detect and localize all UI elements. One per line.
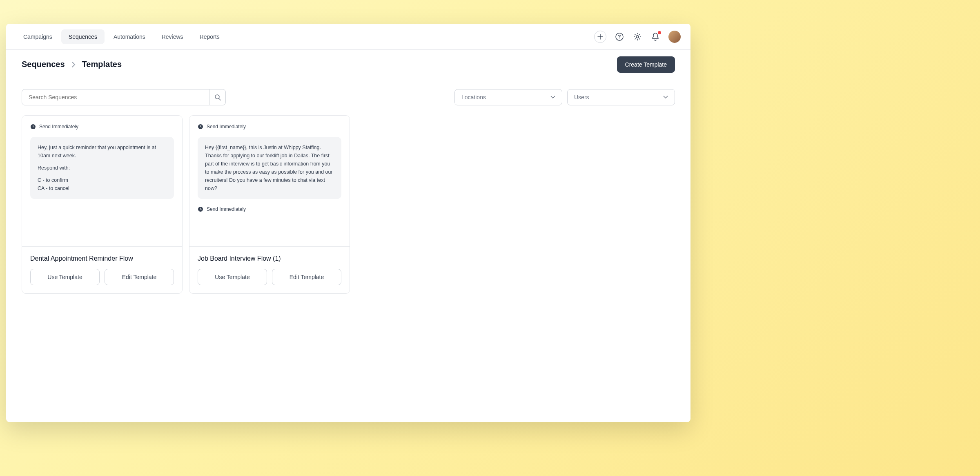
- send-timing-badge: Send Immediately: [198, 124, 341, 130]
- breadcrumb-current: Templates: [82, 60, 122, 69]
- top-right-actions: ?: [594, 31, 681, 43]
- avatar[interactable]: [668, 31, 681, 43]
- card-footer: Job Board Interview Flow (1) Use Templat…: [189, 246, 350, 293]
- template-title: Dental Appointment Reminder Flow: [30, 255, 174, 262]
- chevron-down-icon: [550, 96, 555, 99]
- notification-dot: [658, 31, 661, 34]
- filters-row: Locations Users: [6, 79, 690, 115]
- help-icon: ?: [615, 33, 624, 41]
- message-preview: Hey, just a quick reminder that you appo…: [30, 137, 174, 199]
- users-select[interactable]: Users: [567, 89, 675, 105]
- breadcrumb: Sequences Templates: [22, 60, 122, 69]
- add-button[interactable]: [594, 31, 606, 43]
- filter-selects: Locations Users: [454, 89, 675, 105]
- tab-automations[interactable]: Automations: [106, 29, 153, 44]
- message-preview: Hey {{first_name}}, this is Justin at Wh…: [198, 137, 341, 199]
- edit-template-button[interactable]: Edit Template: [272, 269, 341, 285]
- svg-point-2: [636, 36, 639, 38]
- message-line: C - to confirm CA - to cancel: [38, 176, 167, 192]
- card-footer: Dental Appointment Reminder Flow Use Tem…: [22, 246, 182, 293]
- settings-button[interactable]: [633, 32, 642, 42]
- send-timing-badge: Send Immediately: [30, 124, 174, 130]
- tab-reviews[interactable]: Reviews: [154, 29, 191, 44]
- use-template-button[interactable]: Use Template: [198, 269, 267, 285]
- card-actions: Use Template Edit Template: [198, 269, 341, 285]
- gear-icon: [633, 33, 641, 41]
- svg-text:?: ?: [618, 34, 621, 40]
- template-card: Send Immediately Hey {{first_name}}, thi…: [189, 115, 350, 294]
- search-icon: [214, 94, 221, 101]
- templates-grid: Send Immediately Hey, just a quick remin…: [6, 115, 690, 294]
- chevron-down-icon: [663, 96, 668, 99]
- tab-reports[interactable]: Reports: [192, 29, 227, 44]
- send-timing-label: Send Immediately: [207, 124, 246, 130]
- card-actions: Use Template Edit Template: [30, 269, 174, 285]
- clock-icon: [198, 206, 203, 212]
- send-timing-label: Send Immediately: [207, 206, 246, 212]
- locations-label: Locations: [461, 94, 486, 101]
- tab-campaigns[interactable]: Campaigns: [16, 29, 60, 44]
- send-timing-badge: Send Immediately: [198, 206, 341, 212]
- send-timing-label: Send Immediately: [39, 124, 78, 130]
- plus-icon: [597, 34, 603, 40]
- message-line: Respond with:: [38, 164, 167, 172]
- message-line: Hey {{first_name}}, this is Justin at Wh…: [205, 143, 334, 192]
- help-button[interactable]: ?: [615, 32, 624, 42]
- search-group: [22, 89, 226, 105]
- use-template-button[interactable]: Use Template: [30, 269, 100, 285]
- top-bar: Campaigns Sequences Automations Reviews …: [6, 24, 690, 50]
- locations-select[interactable]: Locations: [454, 89, 562, 105]
- clock-icon: [30, 124, 36, 130]
- notifications-button[interactable]: [650, 32, 660, 42]
- page-header: Sequences Templates Create Template: [6, 50, 690, 79]
- search-input[interactable]: [22, 89, 209, 105]
- template-title: Job Board Interview Flow (1): [198, 255, 341, 262]
- clock-icon: [198, 124, 203, 130]
- search-button[interactable]: [209, 89, 226, 105]
- breadcrumb-root[interactable]: Sequences: [22, 60, 65, 69]
- create-template-button[interactable]: Create Template: [617, 56, 675, 73]
- nav-tabs: Campaigns Sequences Automations Reviews …: [16, 29, 227, 44]
- tab-sequences[interactable]: Sequences: [61, 29, 105, 44]
- chevron-right-icon: [71, 61, 76, 68]
- card-preview: Send Immediately Hey, just a quick remin…: [22, 116, 182, 246]
- card-preview: Send Immediately Hey {{first_name}}, thi…: [189, 116, 350, 246]
- users-label: Users: [574, 94, 589, 101]
- edit-template-button[interactable]: Edit Template: [105, 269, 174, 285]
- template-card: Send Immediately Hey, just a quick remin…: [22, 115, 183, 294]
- message-line: Hey, just a quick reminder that you appo…: [38, 143, 167, 160]
